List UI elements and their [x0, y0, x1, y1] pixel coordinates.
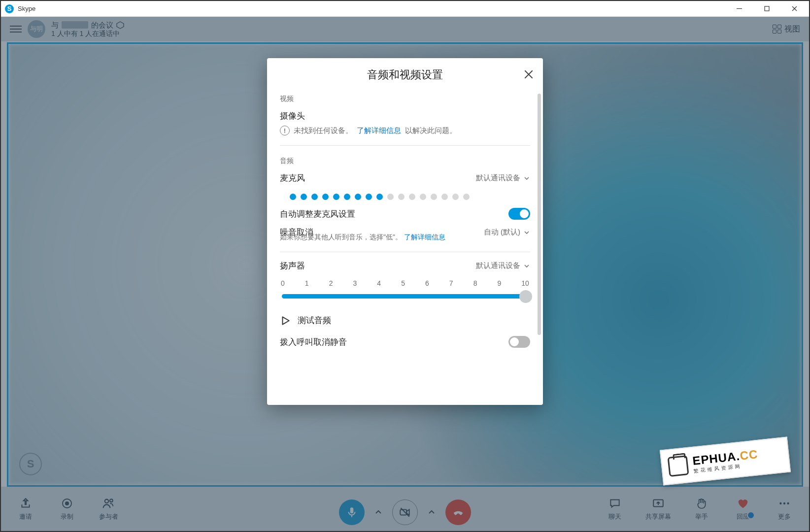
mic-level-dot — [301, 194, 307, 200]
video-section-label: 视频 — [280, 95, 530, 103]
mic-level-dot — [322, 194, 329, 200]
av-settings-dialog: 音频和视频设置 视频 摄像头 ! 未找到任何设备。 了解详细信息以解决此问题。 … — [267, 58, 543, 405]
app-name: Skype — [18, 5, 35, 12]
chevron-down-icon — [523, 175, 530, 182]
svg-rect-1 — [765, 6, 769, 11]
mic-level-dot — [441, 194, 448, 200]
noise-learn-more-link[interactable]: 了解详细信息 — [404, 233, 445, 241]
volume-slider[interactable] — [280, 289, 530, 304]
slider-thumb[interactable] — [519, 290, 532, 303]
briefcase-icon — [668, 455, 689, 477]
chevron-down-icon — [523, 263, 530, 269]
volume-tick: 4 — [377, 279, 381, 287]
auto-mic-label: 自动调整麦克风设置 — [280, 208, 355, 220]
mic-level-dot — [376, 194, 383, 200]
mic-level-dot — [311, 194, 318, 200]
mic-level-dot — [431, 194, 437, 200]
unmute-incoming-row: 拨入呼叫取消静音 — [280, 336, 530, 348]
skype-logo-icon: S — [5, 4, 14, 13]
audio-section-label: 音频 — [280, 157, 530, 166]
resolve-suffix: 以解决此问题。 — [405, 126, 457, 135]
volume-tick: 1 — [305, 279, 309, 287]
divider — [280, 252, 530, 252]
microphone-row[interactable]: 麦克风 默认通讯设备 — [280, 172, 530, 184]
no-device-text: 未找到任何设备。 — [294, 126, 353, 135]
test-audio-button[interactable]: 测试音频 — [280, 315, 530, 326]
speaker-label: 扬声器 — [280, 260, 305, 271]
mic-level-dot — [398, 194, 405, 200]
chevron-down-icon — [523, 229, 530, 236]
noise-cancel-value: 自动 (默认) — [484, 228, 520, 237]
volume-tick: 3 — [353, 279, 357, 287]
minimize-button[interactable] — [725, 1, 753, 17]
volume-tick: 2 — [329, 279, 333, 287]
mic-level-dot — [420, 194, 426, 200]
test-audio-label: 测试音频 — [298, 315, 331, 326]
volume-tick: 7 — [449, 279, 453, 287]
learn-more-link[interactable]: 了解详细信息 — [357, 126, 401, 135]
play-icon — [280, 315, 291, 326]
noise-desc-text: 如果你想要其他人听到音乐，选择"低"。 — [280, 233, 402, 241]
mic-level-dot — [366, 194, 372, 200]
mic-level-dot — [463, 194, 470, 200]
mic-level-dot — [355, 194, 361, 200]
mic-level-dot — [344, 194, 350, 200]
camera-label: 摄像头 — [280, 110, 305, 122]
info-icon: ! — [280, 126, 290, 135]
microphone-label: 麦克风 — [280, 172, 305, 184]
speaker-device-value: 默认通讯设备 — [476, 261, 520, 270]
mic-level-dot — [409, 194, 415, 200]
titlebar: S Skype — [1, 1, 809, 17]
mic-level-dot — [452, 194, 459, 200]
divider — [280, 145, 530, 146]
volume-tick: 6 — [425, 279, 429, 287]
close-dialog-button[interactable] — [523, 69, 534, 80]
volume-ticks: 012345678910 — [280, 279, 530, 287]
mic-level-indicator — [290, 194, 530, 200]
unmute-incoming-toggle[interactable] — [508, 336, 530, 348]
volume-tick: 0 — [281, 279, 285, 287]
auto-mic-toggle[interactable] — [508, 208, 530, 220]
volume-tick: 5 — [401, 279, 405, 287]
close-window-button[interactable] — [780, 1, 808, 17]
volume-tick: 8 — [473, 279, 477, 287]
mic-level-dot — [290, 194, 296, 200]
mic-device-value: 默认通讯设备 — [476, 173, 520, 183]
scrollbar[interactable] — [538, 94, 541, 335]
mic-level-dot — [387, 194, 394, 200]
mic-level-dot — [333, 194, 339, 200]
svg-marker-19 — [283, 317, 289, 324]
close-icon — [523, 69, 534, 80]
volume-tick: 9 — [497, 279, 501, 287]
slider-track — [282, 294, 528, 299]
speaker-row[interactable]: 扬声器 默认通讯设备 — [280, 260, 530, 271]
auto-mic-row: 自动调整麦克风设置 — [280, 208, 530, 220]
dialog-title: 音频和视频设置 — [367, 67, 443, 82]
no-camera-message: ! 未找到任何设备。 了解详细信息以解决此问题。 — [280, 126, 530, 135]
unmute-incoming-label: 拨入呼叫取消静音 — [280, 336, 347, 348]
maximize-button[interactable] — [753, 1, 780, 17]
volume-tick: 10 — [521, 279, 529, 287]
